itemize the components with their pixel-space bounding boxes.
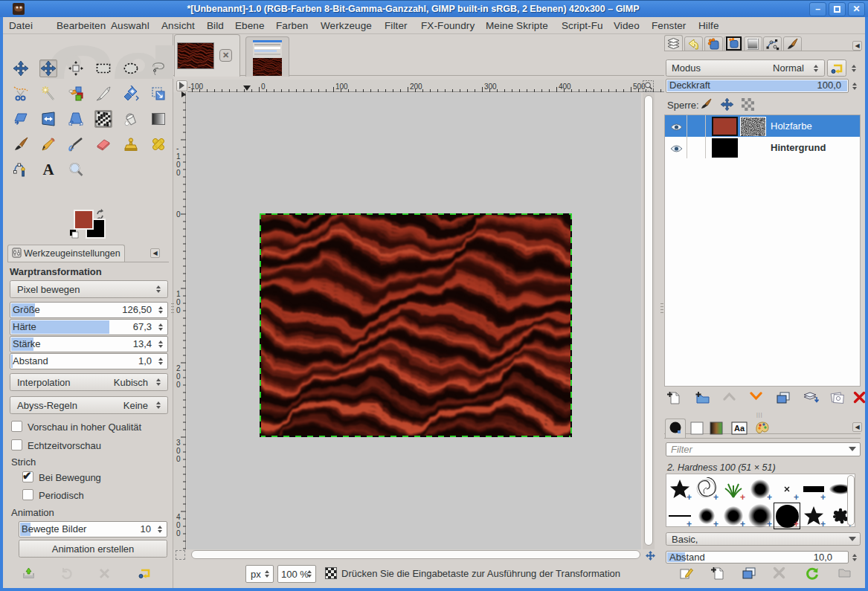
svg-text:A: A [42, 161, 54, 178]
svg-text:Aa: Aa [734, 424, 745, 433]
